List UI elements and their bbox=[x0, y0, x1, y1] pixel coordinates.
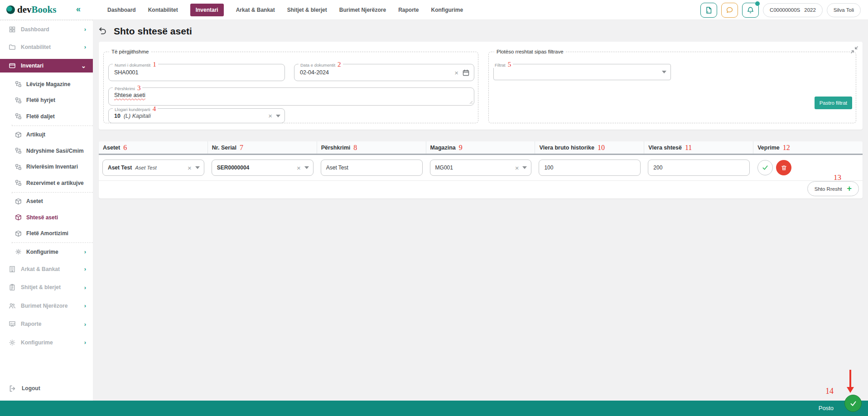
divider bbox=[12, 242, 93, 243]
col-header-pershkrimi: Përshkrimi8 bbox=[317, 141, 426, 154]
report-board-icon bbox=[9, 320, 16, 328]
sidebar-item-inventari-konfigurime[interactable]: Konfigurime › bbox=[0, 244, 93, 260]
addition-value-input[interactable]: 200 bbox=[648, 160, 750, 176]
company-selector[interactable]: C00000000S 2022 bbox=[763, 3, 823, 17]
row-description-input[interactable]: Aset Test bbox=[321, 160, 423, 176]
sidebar-item-kontabilitet[interactable]: Kontabilitet › bbox=[0, 38, 93, 56]
sidebar-collapse-icon[interactable]: « bbox=[76, 5, 81, 14]
nav-arkat-bankat[interactable]: Arkat & Bankat bbox=[236, 7, 275, 13]
sidebar-item-ndryshime-sasi-cmim[interactable]: Ndryshime Sasi/Cmim bbox=[0, 143, 93, 159]
logout-button[interactable]: Logout bbox=[0, 381, 93, 396]
sidebar-item-flete-hyrjet[interactable]: Fletë hyrjet bbox=[0, 92, 93, 109]
filters-section: Plotëso rreshtat sipas filtrave Filtrat5… bbox=[488, 52, 856, 123]
sidebar-item-burimet-njerezore[interactable]: Burimet Njerëzore › bbox=[0, 297, 93, 315]
nav-raporte[interactable]: Raporte bbox=[398, 7, 419, 13]
sidebar-item-flete-amortizimi[interactable]: Fletë Amortizimi bbox=[0, 226, 93, 242]
calendar-icon[interactable] bbox=[462, 69, 470, 77]
annotation-4: 4 bbox=[153, 106, 156, 112]
dropdown-caret-icon[interactable] bbox=[304, 166, 309, 169]
chat-button[interactable] bbox=[721, 3, 738, 18]
annotation-6: 6 bbox=[123, 144, 127, 151]
top-navigation: Dashboard Kontabilitet Inventari Arkat &… bbox=[107, 0, 463, 20]
notifications-button[interactable] bbox=[742, 3, 759, 18]
sidebar-item-asetet[interactable]: Asetet bbox=[0, 193, 93, 210]
sidebar-item-raporte[interactable]: Raporte › bbox=[0, 315, 93, 334]
fiscal-year: 2022 bbox=[804, 7, 816, 13]
counter-account-code: 10 bbox=[114, 113, 121, 119]
description-value[interactable]: Shtese aseti bbox=[114, 92, 145, 98]
filter-value[interactable] bbox=[494, 64, 670, 80]
clear-serial-icon[interactable]: × bbox=[297, 164, 301, 171]
col-header-veprime: Veprime12 bbox=[753, 141, 863, 154]
document-plus-icon bbox=[705, 6, 713, 14]
people-icon bbox=[9, 302, 16, 310]
dropdown-caret-icon[interactable] bbox=[522, 166, 527, 169]
doc-date-field[interactable]: Data e dokumentit2 02-04-2024 × bbox=[294, 64, 474, 81]
clear-warehouse-icon[interactable]: × bbox=[515, 164, 519, 171]
back-button[interactable] bbox=[96, 26, 107, 37]
warehouse-combobox[interactable]: MG001 × bbox=[430, 160, 532, 176]
inventari-submenu: Lëvizje Magazine Fletë hyrjet Fletë dalj… bbox=[0, 76, 93, 260]
nav-konfigurime[interactable]: Konfigurime bbox=[431, 7, 463, 13]
chevron-right-icon: › bbox=[84, 284, 86, 291]
sidebar-item-rezervimet-e-artikujve[interactable]: Rezervimet e artikujve bbox=[0, 175, 93, 191]
asset-combobox[interactable]: Aset Test Aset Test × bbox=[102, 160, 204, 176]
sidebar-item-arkat-bankat[interactable]: Arkat & Bankat › bbox=[0, 260, 93, 279]
sidebar-item-artikujt[interactable]: Artikujt bbox=[0, 127, 93, 143]
doc-number-label: Numri i dokumentit bbox=[115, 62, 150, 68]
post-submit-button[interactable] bbox=[844, 395, 862, 412]
gross-value-input[interactable]: 100 bbox=[539, 160, 641, 176]
description-field[interactable]: Përshkrimi3 Shtese aseti bbox=[108, 87, 474, 106]
dropdown-caret-icon[interactable] bbox=[276, 115, 280, 117]
sidebar-item-levizje-magazine[interactable]: Lëvizje Magazine bbox=[0, 76, 93, 92]
chevron-right-icon: › bbox=[84, 339, 86, 346]
nav-shitjet-blerjet[interactable]: Shitjet & blerjet bbox=[287, 7, 327, 13]
confirm-row-button[interactable] bbox=[757, 160, 773, 175]
dropdown-caret-icon[interactable] bbox=[662, 71, 666, 73]
sidebar-item-rivleresim-inventari[interactable]: Rivlerësim Inventari bbox=[0, 159, 93, 175]
stock-movement-icon bbox=[15, 113, 22, 120]
trash-icon bbox=[781, 164, 787, 171]
sidebar-item-shtese-aseti[interactable]: Shtesë aseti bbox=[0, 209, 93, 226]
nav-inventari[interactable]: Inventari bbox=[190, 4, 224, 16]
annotation-13: 13 bbox=[834, 174, 841, 181]
table-row: Aset Test Aset Test × SER0000004 × Aset … bbox=[99, 155, 863, 180]
sidebar-item-konfigurime[interactable]: Konfigurime › bbox=[0, 334, 93, 352]
filters-section-legend: Plotëso rreshtat sipas filtrave bbox=[494, 48, 566, 55]
nav-dashboard[interactable]: Dashboard bbox=[107, 7, 136, 13]
nav-kontabilitet[interactable]: Kontabilitet bbox=[148, 7, 178, 13]
user-menu[interactable]: Silva Toli bbox=[827, 3, 861, 17]
nav-burimet-njerezore[interactable]: Burimet Njerëzore bbox=[339, 7, 386, 13]
clear-asset-icon[interactable]: × bbox=[188, 164, 192, 171]
new-document-button[interactable] bbox=[700, 3, 717, 18]
chevron-right-icon: › bbox=[84, 248, 86, 255]
sidebar-item-flete-daljet[interactable]: Fletë daljet bbox=[0, 108, 93, 125]
stock-movement-icon bbox=[15, 81, 22, 87]
counter-account-label: Llogari kundërparti bbox=[115, 106, 150, 112]
doc-number-field[interactable]: Numri i dokumentit1 SHA0001 bbox=[108, 64, 285, 81]
gear-icon bbox=[15, 248, 22, 255]
box-icon bbox=[15, 230, 22, 237]
counter-account-field[interactable]: Llogari kundërparti4 10(L) Kapitali × bbox=[108, 108, 285, 123]
stock-movement-icon bbox=[15, 97, 22, 104]
col-header-magazina: Magazina9 bbox=[426, 141, 535, 154]
chevron-right-icon: › bbox=[84, 302, 86, 309]
sidebar-item-shitjet-blerjet[interactable]: Shitjet & blerjet › bbox=[0, 278, 93, 297]
dropdown-caret-icon[interactable] bbox=[195, 166, 200, 169]
sidebar-item-inventari[interactable]: Inventari ⌄ bbox=[0, 59, 93, 73]
box-icon bbox=[15, 214, 22, 221]
clear-date-icon[interactable]: × bbox=[454, 69, 458, 76]
delete-row-button[interactable] bbox=[776, 160, 791, 175]
clear-filters-button[interactable]: Pastro filtrat bbox=[815, 97, 852, 109]
app-logo: devBooks bbox=[6, 4, 56, 15]
chevron-right-icon: › bbox=[84, 44, 86, 50]
serial-combobox[interactable]: SER0000004 × bbox=[212, 160, 313, 176]
asset-name: Aset Test bbox=[135, 165, 157, 170]
sidebar-item-dashboard[interactable]: Dashboard › bbox=[0, 20, 93, 38]
clear-account-icon[interactable]: × bbox=[268, 112, 272, 119]
filter-select[interactable]: Filtrat5 bbox=[493, 64, 671, 80]
post-label[interactable]: Posto bbox=[819, 401, 834, 416]
clipboard-icon bbox=[9, 284, 16, 291]
col-header-vlera-bruto: Vlera bruto historike10 bbox=[535, 141, 644, 154]
add-row-button[interactable]: Shto Rresht + bbox=[807, 181, 859, 196]
